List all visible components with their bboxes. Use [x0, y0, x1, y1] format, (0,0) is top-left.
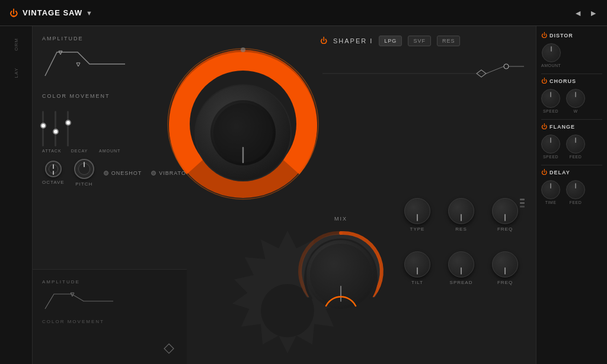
svg-marker-1 [59, 51, 62, 55]
envelope-display [42, 46, 137, 79]
shaper-header: ⏻ SHAPER I LPG SVF RES [320, 36, 526, 46]
delay-feed-group: FEED [566, 180, 585, 205]
pitch-knob-container: PITCH [74, 159, 94, 187]
tilt-knob[interactable] [404, 251, 430, 277]
bottom-color-movement-label: COLOR MOVEMENT [42, 319, 177, 324]
vibrato-dot [151, 171, 156, 175]
spread-knob-group: SPREAD [448, 251, 474, 285]
big-knob-area [163, 44, 341, 234]
spread-label: SPREAD [450, 280, 473, 285]
oneshot-label: ONESHOT [111, 170, 142, 176]
svg-point-5 [504, 64, 509, 69]
center-panel: AMPLITUDE COLOR MOVEMENT [33, 26, 536, 364]
distortion-amount-knob[interactable] [542, 43, 561, 62]
main-knob[interactable] [163, 44, 323, 204]
flanger-power-icon[interactable]: ⏻ [541, 123, 547, 130]
type-knob[interactable] [404, 198, 430, 224]
res-label: RES [455, 226, 467, 232]
shaper-lpg-button[interactable]: LPG [379, 36, 402, 46]
delay-knobs: TIME FEED [541, 180, 585, 205]
tilt-label: TILT [411, 280, 423, 285]
chorus-speed-label: SPEED [543, 109, 558, 113]
amplitude-label: AMPLITUDE [42, 36, 177, 41]
freq2-knob[interactable] [492, 251, 518, 277]
chorus-power-icon[interactable]: ⏻ [541, 78, 547, 84]
bottom-amplitude-label: AMPLITUDE [42, 279, 177, 285]
delay-label: DELAY [550, 170, 570, 175]
color-movement-section: COLOR MOVEMENT [42, 93, 177, 153]
res-knob[interactable] [448, 198, 474, 224]
pitch-knob[interactable] [74, 159, 94, 179]
flanger-label: FLANGE [550, 124, 575, 130]
bottom-envelope-svg [42, 288, 125, 312]
shaper-section: ⏻ SHAPER I LPG SVF RES [311, 26, 536, 108]
freq-knob[interactable] [492, 198, 518, 224]
spread-knob[interactable] [448, 251, 474, 277]
chorus-speed-knob[interactable] [541, 89, 560, 108]
nav-next-button[interactable]: ► [589, 8, 598, 18]
res-knob-group: RES [448, 198, 474, 232]
delay-time-group: TIME [541, 180, 560, 205]
chorus-w-knob[interactable] [566, 89, 585, 108]
left-sidebar: ORM LAY [0, 26, 33, 364]
svg-line-6 [486, 66, 504, 74]
delay-feed-label: FEED [570, 200, 582, 205]
distortion-amount-group: AMOUNT [541, 43, 561, 68]
preset-name: VINTAGE SAW [23, 8, 82, 17]
oneshot-dot [104, 171, 108, 175]
delay-time-label: TIME [545, 200, 557, 205]
chorus-label: CHORUS [550, 78, 576, 84]
slider-labels: ATTACK DECAY AMOUNT [42, 149, 177, 153]
flanger-header: ⏻ FLANGE [541, 123, 602, 130]
slider-extra[interactable] [67, 105, 69, 146]
sliders-row [42, 105, 177, 146]
slider-movement-track [55, 111, 56, 146]
delay-time-knob[interactable] [541, 180, 560, 199]
type-label: TYPE [410, 226, 425, 232]
power-icon[interactable]: ⏻ [9, 8, 18, 18]
distortion-power-icon[interactable]: ⏻ [541, 32, 547, 39]
distortion-amount-label: AMOUNT [541, 63, 561, 68]
slider-color-track [42, 111, 44, 146]
octave-knob[interactable] [45, 161, 62, 177]
chorus-section: ⏻ CHORUS SPEED W [541, 78, 602, 120]
distortion-section: ⏻ DISTOR AMOUNT [541, 32, 602, 74]
sidebar-label-lay: LAY [14, 68, 19, 78]
type-knob-group: TYPE [404, 198, 430, 232]
octave-knob-container: OCTAVE [42, 161, 65, 185]
octave-label: OCTAVE [42, 180, 65, 185]
slider-extra-track [67, 111, 69, 146]
distortion-header: ⏻ DISTOR [541, 32, 602, 39]
mix-label: MIX [334, 216, 347, 222]
flanger-knobs: SPEED FEED [541, 135, 585, 159]
flanger-section: ⏻ FLANGE SPEED FEED [541, 123, 602, 165]
flanger-feed-group: FEED [566, 135, 585, 159]
mix-area: MIX [293, 216, 388, 319]
nav-prev-button[interactable]: ◄ [574, 8, 582, 18]
distortion-label: DISTOR [550, 33, 573, 39]
slider-color-thumb [40, 123, 46, 129]
right-panel: ⏻ DISTOR AMOUNT ⏻ CHORUS SPEED [536, 26, 607, 364]
freq-knob-group: FREQ [492, 198, 518, 232]
flanger-speed-knob[interactable] [541, 135, 560, 154]
flanger-speed-label: SPEED [543, 155, 558, 159]
delay-power-icon[interactable]: ⏻ [541, 169, 547, 175]
envelope-svg [42, 46, 137, 79]
flanger-feed-label: FEED [570, 155, 582, 159]
delay-section: ⏻ DELAY TIME FEED [541, 169, 602, 210]
chorus-knobs: SPEED W [541, 89, 585, 113]
freq2-knob-group: FREQ [492, 251, 518, 285]
mix-knob[interactable] [293, 224, 388, 319]
shaper-svf-button[interactable]: SVF [408, 36, 431, 46]
slider-movement[interactable] [55, 105, 56, 146]
shaper-res-button[interactable]: RES [437, 36, 461, 46]
svg-point-17 [241, 47, 245, 52]
freq-label: FREQ [497, 226, 513, 232]
slider-color[interactable] [42, 105, 44, 146]
delay-feed-knob[interactable] [566, 180, 585, 199]
dropdown-arrow[interactable]: ▼ [86, 9, 92, 17]
amount-slider-label: AMOUNT [99, 149, 120, 153]
nav-arrows: ◄ ► [574, 8, 598, 18]
flanger-feed-knob[interactable] [566, 135, 585, 154]
oneshot-toggle[interactable]: ONESHOT [104, 170, 142, 176]
